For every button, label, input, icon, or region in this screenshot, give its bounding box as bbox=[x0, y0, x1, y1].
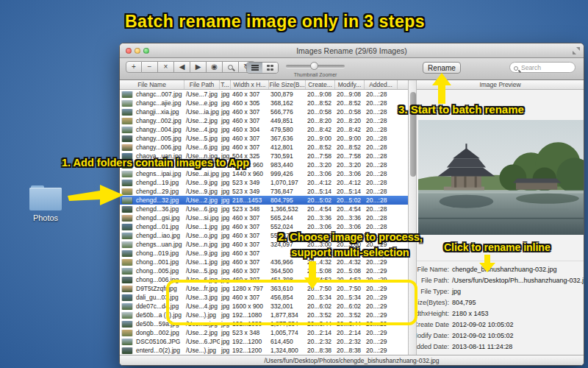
table-row[interactable]: changy...002.jpg/Use...2.jpgjpg460 x 307… bbox=[120, 116, 408, 125]
row-thumbnail bbox=[120, 118, 135, 124]
table-cell: changy...004.jpg bbox=[135, 126, 184, 133]
grid-icon bbox=[267, 65, 273, 71]
delete-button[interactable]: × bbox=[158, 61, 174, 73]
column-header[interactable]: Modify... bbox=[335, 80, 365, 89]
column-header[interactable]: File Size(B... bbox=[269, 80, 306, 89]
minimize-button[interactable] bbox=[135, 48, 140, 54]
table-row[interactable]: changy...004.jpg/Use...4.jpgjpg460 x 304… bbox=[120, 125, 408, 134]
next-button[interactable]: ▶ bbox=[190, 61, 207, 73]
table-row[interactable]: chengd...36.jpg/Use...6.jpgjpg523 x 3481… bbox=[120, 205, 408, 213]
column-header[interactable]: Width x H... bbox=[231, 80, 269, 89]
table-row[interactable]: chengd...iao.jpg/Use...o.jpgjpg460 x 307… bbox=[120, 231, 408, 240]
table-scrollbar[interactable] bbox=[408, 80, 417, 355]
table-cell: 804,795 bbox=[269, 197, 306, 204]
table-cell: /Use...).jpg bbox=[184, 347, 220, 354]
row-thumbnail bbox=[120, 294, 135, 301]
column-header[interactable]: File Path bbox=[184, 80, 220, 89]
scrollbar-thumb[interactable] bbox=[410, 92, 416, 177]
table-row[interactable]: chegns...ipai.jpg/Use...ai.jpgjpg1440 x … bbox=[120, 169, 408, 178]
table-row[interactable]: chengd...01.jpg/Use...1.jpgjpg460 x 3075… bbox=[120, 222, 408, 231]
desktop: Batch rename image only in 3 steps Photo… bbox=[0, 0, 588, 368]
row-thumbnail bbox=[120, 109, 135, 116]
view-mode-segmented-control bbox=[246, 62, 279, 74]
quicklook-button[interactable]: ◉ bbox=[207, 61, 223, 73]
table-row[interactable]: chong...006.jpg/Use...6.jpgjpg460 x 3074… bbox=[120, 275, 408, 284]
search-input[interactable] bbox=[521, 64, 567, 71]
table-cell: 20...4:54 bbox=[335, 205, 365, 213]
table-cell: jpg bbox=[220, 320, 231, 328]
thumbnail-zoomer: Thumbnail Zoomer bbox=[286, 61, 345, 77]
row-thumbnail bbox=[120, 100, 135, 107]
table-row[interactable]: chong...019.jpg/Use...9.jpgjpg460 x 3072… bbox=[120, 249, 408, 258]
thumbnail-zoomer-label: Thumbnail Zoomer bbox=[286, 72, 345, 77]
close-button[interactable] bbox=[126, 48, 132, 54]
window-titlebar[interactable]: Images Rename (29/69 Images) bbox=[120, 43, 584, 58]
table-row[interactable]: de50b...a (1).jpg/Use...).jpgjpg192...10… bbox=[120, 311, 408, 319]
table-header: File NameFile PathT...Width x H...File S… bbox=[120, 80, 408, 90]
column-header-filler bbox=[398, 80, 408, 89]
table-row[interactable]: chengd...32.jpg/Use...2.jpgjpg218...1453… bbox=[120, 196, 408, 205]
table-row[interactable]: dde07c...d4.jpg/Use...4.jpgjpg1600 x 900… bbox=[120, 302, 408, 311]
grid-view-button[interactable] bbox=[262, 63, 278, 73]
table-row[interactable]: chaoya...uan.jpg/Use...n.jpgjpg504 x 325… bbox=[120, 152, 408, 160]
table-cell: 1,070,197 bbox=[269, 179, 306, 186]
list-view-button[interactable] bbox=[247, 63, 262, 73]
arrow-folder-to-table-icon bbox=[68, 183, 125, 209]
table-row[interactable]: changc...007.jpg/Use...7.jpgjpg460 x 307… bbox=[120, 90, 408, 99]
table-cell: /Use...1.jpg bbox=[184, 223, 220, 230]
search-field[interactable] bbox=[509, 62, 576, 73]
table-cell: 20...:28 bbox=[365, 161, 398, 169]
table-cell: 20...3:20 bbox=[306, 161, 335, 169]
table-row[interactable]: changc...ajie.jpg/Use...e.jpgjpg460 x 30… bbox=[120, 99, 408, 107]
table-row[interactable]: DSC05106.JPG/Use...6.JPGjpg192...1200614… bbox=[120, 337, 408, 346]
table-row[interactable]: dali_gu...03.jpg/Use...3.jpgjpg460 x 307… bbox=[120, 293, 408, 302]
remove-button[interactable]: − bbox=[142, 61, 158, 73]
row-thumbnail bbox=[120, 303, 135, 310]
table-row[interactable]: chengd...19.jpg/Use...9.jpgjpg523 x 3491… bbox=[120, 178, 408, 187]
info-row: File Path:/Users/fun/Desktop/Ph...hushan… bbox=[417, 276, 584, 287]
thumbnail-zoomer-slider[interactable] bbox=[286, 65, 345, 68]
table-row[interactable]: chengd...gsi.jpg/Use...si.jpgjpg460 x 30… bbox=[120, 213, 408, 222]
table-cell: 20...:28 bbox=[365, 144, 398, 151]
previous-button[interactable]: ◀ bbox=[174, 61, 190, 73]
table-cell: 20...:28 bbox=[365, 108, 398, 116]
column-header[interactable]: T... bbox=[220, 80, 231, 89]
row-thumbnail bbox=[120, 91, 135, 98]
table-row[interactable]: changy...005.jpg/Use...5.jpgjpg460 x 307… bbox=[120, 134, 408, 143]
column-header[interactable]: Added... bbox=[365, 80, 398, 89]
zoom-button[interactable] bbox=[223, 61, 239, 73]
table-row[interactable]: enterd...0(2).jpg/Use...).jpgjpg192...12… bbox=[120, 346, 408, 355]
table-cell: 20...3:06 bbox=[306, 170, 335, 177]
table-cell: changy...005.jpg bbox=[135, 135, 184, 142]
table-row[interactable]: chengd...29.jpg/Use...9.jpgjpg523 x 3497… bbox=[120, 187, 408, 196]
info-value: /Users/fun/Desktop/Ph...hushanzhuang-032… bbox=[452, 277, 584, 284]
table-cell: jpg bbox=[220, 241, 231, 248]
rename-button[interactable]: Rename bbox=[423, 62, 461, 74]
table-row[interactable]: dongb...002.jpg/Use...2.jpgjpg523 x 3481… bbox=[120, 328, 408, 337]
table-row[interactable]: changy...006.jpg/Use...6.jpgjpg460 x 307… bbox=[120, 143, 408, 152]
info-row: File Size(Bytes):804,795 bbox=[417, 298, 584, 309]
table-row[interactable]: 1440 x 960983,44020...3:2020...3:2020...… bbox=[120, 160, 408, 169]
add-button[interactable]: + bbox=[126, 61, 142, 73]
table-row[interactable]: D9T5tZzqfr.jpg/Use...fr.jpgjpg1280 x 797… bbox=[120, 284, 408, 293]
table-row[interactable]: chong...005.jpg/Use...5.jpgjpg460 x 3073… bbox=[120, 266, 408, 275]
column-header[interactable]: Create... bbox=[306, 80, 335, 89]
column-header[interactable]: File Name bbox=[120, 80, 184, 89]
table-row[interactable]: changji...xia.jpg/Use...ia.jpgjpg460 x 3… bbox=[120, 107, 408, 116]
resize-icon[interactable] bbox=[573, 47, 580, 54]
table-cell: 436,966 bbox=[269, 258, 306, 266]
table-cell: 20...:29 bbox=[365, 320, 398, 328]
table-cell: 20...9:00 bbox=[306, 135, 335, 142]
table-row[interactable]: de50b...59a.jpg/Use...a.jpgjpg192...1080… bbox=[120, 319, 408, 328]
row-thumbnail bbox=[120, 135, 135, 142]
zoom-window-button[interactable] bbox=[143, 48, 149, 54]
table-cell: 20...3:52 bbox=[335, 311, 365, 319]
table-cell: chengd...iao.jpg bbox=[135, 232, 184, 239]
file-name-inline-edit[interactable]: chengde_bishushanzhuang-032.jpg bbox=[452, 266, 557, 273]
slider-knob[interactable] bbox=[310, 62, 318, 70]
table-row[interactable]: chengs...uan.jpg/Use...n.jpgjpg460 x 307… bbox=[120, 240, 408, 249]
table-cell: 20...:28 bbox=[365, 214, 398, 222]
photos-folder[interactable]: Photos bbox=[22, 185, 69, 222]
row-thumbnail bbox=[120, 144, 135, 151]
table-row[interactable]: chong...001.jpg/Use...1.jpgjpg460 x 3074… bbox=[120, 258, 408, 266]
